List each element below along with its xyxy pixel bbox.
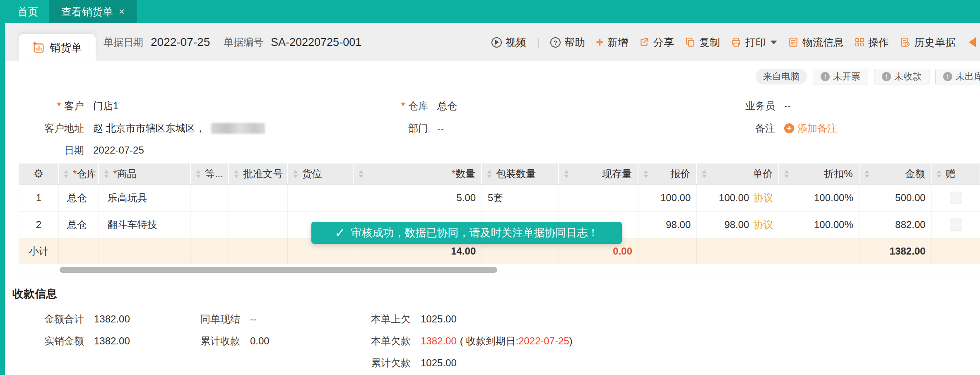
- sort-arrows[interactable]: [104, 170, 109, 178]
- add-remark-button[interactable]: + 添加备注: [784, 122, 837, 135]
- sort-arrows[interactable]: [702, 170, 707, 178]
- sort-arrows[interactable]: [937, 170, 941, 178]
- copy-icon: [685, 37, 696, 48]
- history-button[interactable]: 历史单据: [900, 36, 956, 49]
- col-header-amount[interactable]: 金额: [860, 163, 932, 184]
- scrollbar-thumb[interactable]: [60, 267, 497, 273]
- cell-approval-no: [229, 212, 288, 238]
- col-label: 批准文号: [243, 167, 283, 180]
- sort-arrows[interactable]: [359, 170, 364, 178]
- sort-arrows[interactable]: [643, 170, 648, 178]
- tab-home[interactable]: 首页: [6, 0, 50, 23]
- collapse-panel-icon[interactable]: [969, 37, 976, 47]
- col-header-pkg-qty[interactable]: 包装数量: [482, 163, 559, 184]
- col-header-discount[interactable]: 折扣%: [779, 163, 859, 184]
- salesman-value: --: [784, 100, 791, 112]
- col-header-warehouse[interactable]: * 仓库: [59, 163, 99, 184]
- subtotal-empty: [229, 238, 288, 264]
- history-label: 历史单据: [914, 36, 956, 49]
- doc-date-value: 2022-07-25: [151, 36, 210, 49]
- left-accent-strip: [0, 0, 5, 375]
- doc-type-tab[interactable]: 销货单: [19, 34, 96, 61]
- col-header-grade[interactable]: 等...: [191, 163, 229, 184]
- sort-arrows[interactable]: [64, 170, 69, 178]
- operations-button[interactable]: 操作: [855, 36, 889, 49]
- share-button[interactable]: 分享: [639, 36, 674, 49]
- current-owed-value: 1382.00: [421, 335, 457, 347]
- col-header-price[interactable]: 单价: [697, 163, 779, 184]
- sort-arrows[interactable]: [564, 170, 569, 178]
- subtotal-empty: [697, 238, 779, 264]
- doc-number-label: 单据编号: [224, 36, 263, 49]
- subtotal-empty: [191, 238, 229, 264]
- action-toolbar: 视频 | ? 帮助 + 新增 分享 复制 打印: [491, 23, 976, 61]
- doc-date-group: 单据日期 2022-07-25: [104, 23, 210, 61]
- payment-item: 累计收款 0.00: [174, 330, 270, 352]
- col-label: 包装数量: [496, 167, 536, 180]
- copy-button[interactable]: 复制: [685, 36, 720, 49]
- cell-product: 翻斗车特技: [99, 212, 191, 238]
- print-button[interactable]: 打印: [731, 36, 777, 49]
- gear-icon[interactable]: ⚙: [34, 167, 43, 180]
- col-header-stock[interactable]: 现存量: [559, 163, 638, 184]
- col-header-location[interactable]: 货位: [288, 163, 354, 184]
- sort-arrows[interactable]: [196, 170, 201, 178]
- date-field: 日期 2022-07-25: [8, 143, 144, 158]
- current-owed-label: 本单欠款: [296, 334, 411, 348]
- col-header-quote[interactable]: 报价: [638, 163, 697, 184]
- col-label: 报价: [670, 167, 696, 180]
- col-header-qty[interactable]: * 数量: [354, 163, 482, 184]
- cell-price: 100.00 协议: [697, 185, 779, 211]
- plus-icon: +: [596, 35, 604, 48]
- payment-item: 累计欠款 1025.00: [296, 352, 573, 374]
- help-button[interactable]: ? 帮助: [550, 36, 585, 49]
- tab-view-sales-order[interactable]: 查看销货单 ×: [49, 0, 137, 23]
- logistics-button[interactable]: 物流信息: [788, 36, 844, 49]
- col-header-gift[interactable]: 赠: [932, 163, 980, 184]
- sort-arrows[interactable]: [784, 170, 789, 178]
- cell-product: 乐高玩具: [99, 185, 191, 211]
- amount-total-value: 1382.00: [94, 313, 130, 325]
- print-dropdown-chevron[interactable]: [771, 41, 777, 44]
- department-label: 部门: [356, 122, 428, 135]
- col-header-settings[interactable]: ⚙: [19, 163, 59, 184]
- warehouse-value[interactable]: 总仓: [437, 99, 457, 113]
- share-icon: [639, 37, 650, 48]
- actual-sales-label: 实销金额: [12, 334, 84, 348]
- add-remark-plus-icon: +: [784, 123, 794, 133]
- customer-value[interactable]: 门店1: [93, 99, 118, 113]
- previous-owed-value: 1025.00: [421, 313, 457, 325]
- print-icon: [731, 37, 742, 48]
- gift-checkbox[interactable]: [950, 219, 962, 231]
- doc-type-label: 销货单: [50, 41, 82, 55]
- sort-arrows[interactable]: [293, 170, 298, 178]
- close-tab-icon[interactable]: ×: [119, 6, 125, 17]
- gift-checkbox[interactable]: [950, 192, 962, 204]
- sort-arrows[interactable]: [864, 170, 869, 178]
- col-label: 现存量: [602, 167, 638, 180]
- table-row: 1 总仓 乐高玩具 5.00 5套 100.00 100.00 协议 100.0…: [19, 185, 980, 212]
- badge-not-received: ! 未收款: [874, 69, 929, 84]
- payment-col-3: 本单上欠 1025.00 本单欠款 1382.00 ( 收款到期日: 2022-…: [296, 308, 573, 374]
- cell-gift: [932, 185, 980, 211]
- warehouse-label: * 仓库: [356, 99, 428, 113]
- copy-label: 复制: [699, 36, 720, 49]
- col-header-approval-no[interactable]: 批准文号: [229, 163, 288, 184]
- sort-arrows[interactable]: [487, 170, 492, 178]
- cell-stock: [559, 185, 638, 211]
- address-label: 客户地址: [8, 122, 84, 135]
- amount-total-label: 金额合计: [12, 312, 84, 326]
- received-total-value: 0.00: [250, 335, 270, 347]
- grid-icon: [855, 37, 864, 47]
- received-total-label: 累计收款: [174, 334, 240, 348]
- col-header-product[interactable]: * 商品: [99, 163, 191, 184]
- subtotal-empty: [59, 238, 99, 264]
- sort-arrows[interactable]: [234, 170, 239, 178]
- subtotal-empty: [779, 238, 859, 264]
- add-button[interactable]: + 新增: [596, 36, 628, 49]
- video-button[interactable]: 视频: [491, 36, 526, 49]
- redacted-address-block: [211, 123, 265, 134]
- payment-col-1: 金额合计 1382.00 实销金额 1382.00: [12, 308, 130, 352]
- col-label: 折扣%: [824, 167, 858, 180]
- warehouse-field: * 仓库 总仓: [356, 99, 457, 113]
